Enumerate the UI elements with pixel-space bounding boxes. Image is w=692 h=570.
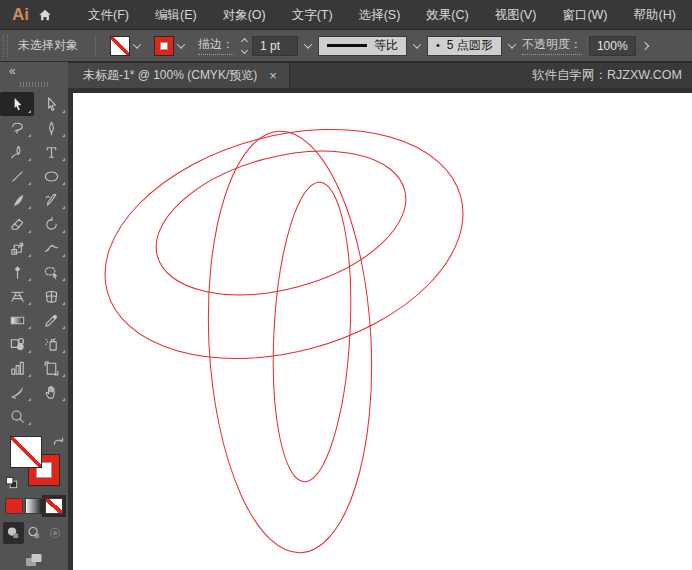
line-segment-tool[interactable] — [0, 164, 34, 188]
flyout-indicator — [28, 326, 31, 329]
symbol-sprayer-tool[interactable] — [34, 332, 68, 356]
menu-item[interactable]: 编辑(E) — [142, 0, 210, 30]
fill-color-chevron[interactable] — [133, 40, 141, 48]
scale-tool[interactable] — [0, 236, 34, 260]
selection-tool[interactable] — [0, 92, 34, 116]
pen-tool[interactable] — [34, 116, 68, 140]
home-button[interactable] — [37, 7, 53, 23]
ellipse-path[interactable] — [198, 127, 382, 557]
menu-item[interactable]: 对象(O) — [210, 0, 279, 30]
default-fill-stroke-button[interactable] — [5, 476, 19, 490]
perspective-grid-tool[interactable] — [0, 284, 34, 308]
direct-selection-tool-icon — [43, 96, 60, 113]
perspective-grid-tool-icon — [9, 288, 26, 305]
opacity-value[interactable]: 100% — [589, 36, 636, 56]
menu-item[interactable]: 帮助(H) — [621, 0, 689, 30]
brush-chevron[interactable] — [508, 40, 516, 48]
flyout-indicator — [28, 182, 31, 185]
draw-normal-mode[interactable] — [3, 522, 24, 544]
swap-fill-stroke-button[interactable] — [52, 436, 65, 449]
opacity-panel-link[interactable]: 不透明度： — [522, 36, 582, 55]
close-tab-button[interactable]: × — [269, 69, 277, 82]
stroke-panel-link[interactable]: 描边： — [198, 36, 234, 55]
swap-arrow-icon — [52, 436, 65, 449]
stroke-weight-stepper[interactable] — [242, 39, 247, 53]
artboard-tool[interactable] — [34, 356, 68, 380]
stroke-color-chevron[interactable] — [177, 40, 185, 48]
collapse-panel-button[interactable]: « — [0, 62, 15, 77]
ellipse-path[interactable] — [79, 92, 488, 395]
menu-item[interactable]: 文件(F) — [75, 0, 142, 30]
zoom-tool-icon — [9, 408, 26, 425]
free-transform-tool[interactable] — [34, 260, 68, 284]
menu-item[interactable]: 窗口(W) — [549, 0, 620, 30]
gradient-button[interactable] — [25, 498, 43, 514]
drawing-modes — [3, 522, 66, 544]
watermark-text: 软件自学网：RJZXW.COM — [532, 67, 692, 84]
menu-item[interactable]: 文字(T) — [279, 0, 346, 30]
menu-item[interactable]: 选择(S) — [346, 0, 414, 30]
flyout-indicator — [62, 206, 65, 209]
pen-tool-icon — [43, 120, 60, 137]
workspace: « — [0, 62, 692, 570]
none-button[interactable] — [45, 498, 63, 514]
gradient-tool[interactable] — [0, 308, 34, 332]
stroke-color-swatch[interactable] — [154, 36, 174, 56]
flyout-indicator — [28, 158, 31, 161]
screen-mode-button[interactable] — [23, 551, 45, 569]
document-tab[interactable]: 未标题-1* @ 100% (CMYK/预览) × — [68, 63, 290, 88]
lasso-tool[interactable] — [0, 116, 34, 140]
fill-color-swatch[interactable] — [110, 36, 130, 56]
flyout-indicator — [28, 350, 31, 353]
eyedropper-tool[interactable] — [34, 308, 68, 332]
default-swatches-icon — [5, 476, 19, 490]
shape-builder-tool[interactable] — [0, 332, 34, 356]
flyout-indicator — [62, 326, 65, 329]
brush-select[interactable]: • 5 点圆形 — [427, 36, 502, 56]
slice-tool[interactable] — [0, 380, 34, 404]
panel-grip[interactable] — [3, 35, 8, 57]
menu-item[interactable]: 效果(C) — [413, 0, 481, 30]
stroke-weight-chevron[interactable] — [304, 40, 312, 48]
rotate-tool[interactable] — [34, 212, 68, 236]
canvas[interactable] — [68, 88, 692, 570]
tools-grid — [0, 92, 68, 428]
illustrator-window: Ai 文件(F)编辑(E)对象(O)文字(T)选择(S)效果(C)视图(V)窗口… — [0, 0, 692, 570]
width-tool[interactable] — [34, 236, 68, 260]
illustrator-logo: Ai — [12, 5, 29, 25]
line-segment-tool-icon — [9, 168, 26, 185]
fill-swatch[interactable] — [10, 436, 42, 468]
direct-selection-tool[interactable] — [34, 92, 68, 116]
document-tab-title: 未标题-1* @ 100% (CMYK/预览) — [83, 67, 257, 84]
curvature-tool[interactable] — [0, 140, 34, 164]
more-options-chevron[interactable] — [640, 41, 648, 49]
flyout-indicator — [28, 278, 31, 281]
zoom-tool[interactable] — [0, 404, 34, 428]
color-button[interactable] — [5, 498, 23, 514]
flyout-indicator — [62, 374, 65, 377]
selection-status: 未选择对象 — [18, 37, 78, 54]
mesh-tool[interactable] — [34, 284, 68, 308]
width-profile-chevron[interactable] — [413, 40, 421, 48]
ellipse-path[interactable] — [266, 180, 358, 484]
draw-behind-mode[interactable] — [24, 522, 45, 544]
free-transform-tool-icon — [43, 264, 60, 281]
stroke-weight-value[interactable]: 1 pt — [252, 36, 298, 56]
flyout-indicator — [28, 398, 31, 401]
eraser-tool[interactable] — [0, 212, 34, 236]
shaper-tool[interactable] — [34, 188, 68, 212]
flyout-indicator — [28, 254, 31, 257]
width-profile-select[interactable]: 等比 — [318, 36, 407, 56]
paintbrush-tool[interactable] — [0, 188, 34, 212]
ellipse-path[interactable] — [140, 126, 421, 320]
puppet-warp-tool[interactable] — [0, 260, 34, 284]
type-tool[interactable] — [34, 140, 68, 164]
hand-tool[interactable] — [34, 380, 68, 404]
flyout-indicator — [28, 422, 31, 425]
width-tool-icon — [43, 240, 60, 257]
menu-item[interactable]: 视图(V) — [482, 0, 550, 30]
toolbar-grip[interactable] — [20, 82, 48, 87]
column-graph-tool[interactable] — [0, 356, 34, 380]
ellipse-tool[interactable] — [34, 164, 68, 188]
flyout-indicator — [62, 134, 65, 137]
